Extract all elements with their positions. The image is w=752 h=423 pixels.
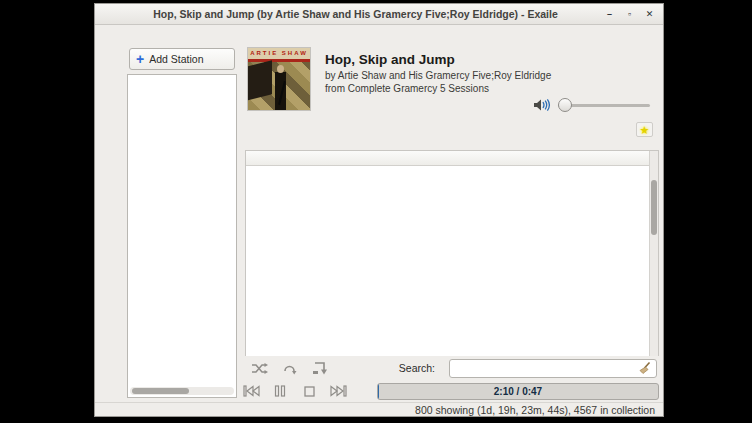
repeat-icon[interactable] bbox=[282, 362, 298, 375]
close-button[interactable]: ✕ bbox=[644, 9, 655, 20]
seek-time-text: 2:10 / 0:47 bbox=[378, 384, 658, 399]
screen-background: Hop, Skip and Jump (by Artie Shaw and Hi… bbox=[0, 0, 752, 423]
window-controls: – ▫ ✕ bbox=[590, 9, 663, 20]
seek-progress-bar[interactable]: 2:10 / 0:47 bbox=[377, 383, 659, 400]
album-art-artist-text: ARTIE SHAW bbox=[248, 48, 310, 59]
shuffle-icon[interactable] bbox=[251, 362, 268, 375]
star-icon[interactable]: ★ bbox=[636, 122, 653, 137]
track-table bbox=[245, 150, 659, 356]
speaker-icon[interactable] bbox=[533, 98, 551, 112]
table-header bbox=[246, 151, 649, 166]
search-input[interactable] bbox=[454, 362, 638, 375]
pause-button[interactable] bbox=[270, 383, 290, 399]
status-bar: 800 showing (1d, 19h, 23m, 44s), 4567 in… bbox=[95, 402, 663, 416]
now-playing-header: ARTIE SHAW Hop, Skip and Jump by Artie S… bbox=[241, 45, 659, 129]
next-track-button[interactable] bbox=[328, 383, 348, 399]
clear-search-broom-icon[interactable] bbox=[638, 361, 652, 375]
search-label: Search: bbox=[399, 362, 435, 374]
content-area: + Add Station ARTIE SHAW bbox=[95, 45, 663, 402]
previous-track-button[interactable] bbox=[241, 383, 261, 399]
album-art: ARTIE SHAW bbox=[247, 47, 311, 111]
now-playing-info: Hop, Skip and Jump by Artie Shaw and His… bbox=[325, 52, 551, 94]
horizontal-scrollbar-thumb[interactable] bbox=[132, 388, 189, 394]
exaile-window: Hop, Skip and Jump (by Artie Shaw and Hi… bbox=[94, 3, 664, 417]
playlist-tab-strip bbox=[241, 129, 659, 150]
search-box bbox=[449, 359, 657, 378]
playlist-tool-row: Search: bbox=[241, 356, 659, 380]
main-area: ARTIE SHAW Hop, Skip and Jump by Artie S… bbox=[241, 45, 663, 402]
minimize-button[interactable]: – bbox=[604, 9, 615, 20]
sidebar-tab-strip bbox=[95, 45, 123, 402]
volume-slider-knob[interactable] bbox=[558, 98, 572, 112]
add-station-button[interactable]: + Add Station bbox=[129, 48, 235, 70]
radio-panel: + Add Station bbox=[123, 45, 241, 402]
stations-tree bbox=[127, 74, 237, 398]
stop-button[interactable] bbox=[299, 383, 319, 399]
menu-bar bbox=[95, 25, 663, 45]
horizontal-scrollbar[interactable] bbox=[130, 387, 234, 395]
track-artist: by Artie Shaw and His Gramercy Five;Roy … bbox=[325, 70, 551, 81]
volume-control bbox=[533, 98, 650, 112]
track-title: Hop, Skip and Jump bbox=[325, 52, 551, 67]
dynamic-playlist-icon[interactable] bbox=[312, 362, 327, 375]
vertical-scrollbar-thumb[interactable] bbox=[651, 180, 657, 235]
vertical-scrollbar[interactable] bbox=[649, 151, 658, 356]
titlebar[interactable]: Hop, Skip and Jump (by Artie Shaw and Hi… bbox=[95, 4, 663, 25]
volume-slider[interactable] bbox=[558, 104, 650, 107]
maximize-button[interactable]: ▫ bbox=[624, 9, 635, 20]
track-album: from Complete Gramercy 5 Sessions bbox=[325, 83, 551, 94]
add-station-label: Add Station bbox=[149, 53, 203, 65]
transport-bar: 2:10 / 0:47 bbox=[241, 380, 659, 402]
window-title: Hop, Skip and Jump (by Artie Shaw and Hi… bbox=[95, 8, 590, 20]
plus-icon: + bbox=[136, 53, 144, 65]
collection-status-text: 800 showing (1d, 19h, 23m, 44s), 4567 in… bbox=[415, 404, 655, 416]
